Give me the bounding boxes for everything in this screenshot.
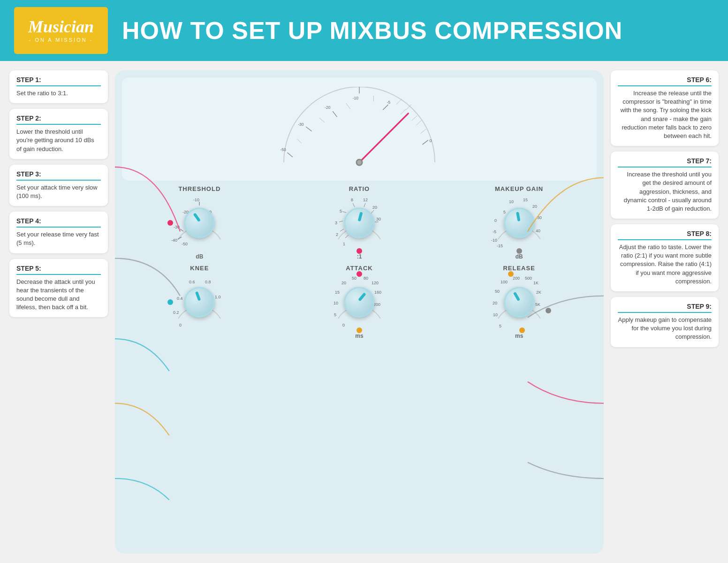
svg-line-48	[353, 203, 355, 207]
svg-line-0	[288, 152, 293, 157]
page-title: HOW TO SET UP MIXBUS COMPRESSION	[122, 16, 622, 45]
makeup-gain-label: MAKEUP GAIN	[495, 185, 543, 192]
step-8-text: Adjust the ratio to taste. Lower the rat…	[618, 243, 712, 286]
svg-line-47	[342, 212, 346, 213]
svg-text:15: 15	[335, 290, 340, 295]
svg-text:10: 10	[493, 312, 498, 317]
svg-text:5: 5	[340, 209, 342, 213]
makeup-gain-group: MAKEUP GAIN 5 10 15 20 30 40 0 -5 -10 -1…	[491, 185, 547, 260]
svg-text:2K: 2K	[536, 290, 541, 295]
svg-line-17	[412, 116, 417, 121]
step-4-box: STEP 4: Set your release time very fast …	[9, 212, 108, 253]
vu-meter-container: -50 -30 -20 -10 -5 0	[122, 77, 597, 181]
svg-text:50: 50	[495, 289, 500, 294]
svg-text:0: 0	[494, 218, 497, 223]
step-5-label: STEP 5:	[16, 265, 101, 275]
makeup-unit: dB	[516, 253, 523, 260]
svg-line-8	[383, 105, 388, 110]
svg-text:15: 15	[523, 198, 528, 202]
svg-line-12	[297, 139, 301, 143]
svg-line-46	[339, 221, 343, 222]
bottom-knobs-row: KNEE 0 0.2 0.4 0.6 0.8 1.0	[122, 265, 597, 339]
step-2-text: Lower the threshold until you're getting…	[16, 128, 101, 153]
svg-text:-30: -30	[298, 122, 304, 127]
svg-text:1K: 1K	[533, 281, 538, 285]
step-9-label: STEP 9:	[618, 303, 712, 313]
step-1-box: STEP 1: Set the ratio to 3:1.	[9, 70, 108, 103]
svg-line-49	[364, 203, 365, 207]
svg-text:-40: -40	[171, 238, 177, 243]
knee-group: KNEE 0 0.2 0.4 0.6 0.8 1.0	[171, 265, 228, 330]
svg-line-4	[333, 111, 337, 117]
svg-line-10	[423, 140, 428, 145]
svg-text:10: 10	[509, 199, 514, 204]
svg-line-16	[396, 99, 402, 105]
release-unit: ms	[515, 333, 523, 339]
step-6-box: STEP 6: Increase the release until the c…	[611, 70, 719, 146]
svg-text:-30: -30	[174, 225, 180, 229]
svg-text:100: 100	[500, 280, 508, 284]
svg-text:0: 0	[179, 323, 182, 327]
step-9-text: Apply makeup gain to compensate for the …	[618, 316, 712, 342]
step-1-label: STEP 1:	[16, 76, 101, 86]
step-4-label: STEP 4:	[16, 217, 101, 228]
step-8-box: STEP 8: Adjust the ratio to taste. Lower…	[611, 224, 719, 291]
svg-text:10: 10	[334, 301, 338, 305]
svg-text:40: 40	[536, 228, 540, 233]
svg-text:20: 20	[341, 281, 346, 285]
left-steps: STEP 1: Set the ratio to 3:1. STEP 2: Lo…	[9, 70, 108, 554]
svg-text:0.6: 0.6	[189, 280, 195, 284]
right-steps: STEP 6: Increase the release until the c…	[611, 70, 719, 554]
step-2-label: STEP 2:	[16, 114, 101, 125]
svg-text:160: 160	[374, 290, 381, 295]
svg-line-22	[359, 114, 408, 162]
svg-text:5: 5	[499, 324, 501, 328]
main-content: STEP 1: Set the ratio to 3:1. STEP 2: Lo…	[0, 61, 728, 563]
step-4-text: Set your release time very fast (5 ms).	[16, 230, 101, 247]
svg-text:80: 80	[364, 276, 368, 281]
svg-text:0: 0	[430, 138, 432, 143]
svg-text:30: 30	[537, 215, 542, 220]
ratio-group: RATIO 1 2 3 5 8 12 20 30	[331, 185, 387, 260]
svg-text:-5: -5	[493, 229, 496, 234]
step-6-text: Increase the release until the compresso…	[618, 89, 712, 140]
step-5-text: Decrease the attack until you hear the t…	[16, 278, 101, 312]
svg-text:20: 20	[493, 301, 497, 305]
threshold-label: THRESHOLD	[178, 185, 220, 192]
svg-text:12: 12	[363, 198, 368, 202]
header: Musician - ON A MISSION - HOW TO SET UP …	[0, 0, 728, 61]
svg-text:0.8: 0.8	[205, 280, 211, 284]
step-7-label: STEP 7:	[618, 157, 712, 167]
step-8-label: STEP 8:	[618, 230, 712, 240]
logo: Musician - ON A MISSION -	[14, 7, 108, 54]
attack-label: ATTACK	[346, 265, 373, 272]
release-label: RELEASE	[503, 265, 535, 272]
svg-text:8: 8	[351, 198, 353, 202]
svg-text:-20: -20	[325, 105, 331, 110]
logo-text: Musician	[28, 18, 94, 35]
step-3-text: Set your attack time very slow (100 ms).	[16, 183, 101, 200]
svg-text:0.2: 0.2	[173, 310, 179, 315]
svg-text:50: 50	[352, 276, 356, 281]
ratio-unit: :1	[357, 253, 362, 260]
svg-text:5K: 5K	[535, 302, 540, 307]
step-5-box: STEP 5: Decrease the attack until you he…	[9, 259, 108, 318]
step-2-box: STEP 2: Lower the threshold until you're…	[9, 109, 108, 159]
svg-text:1.0: 1.0	[215, 295, 221, 299]
svg-line-14	[346, 103, 350, 109]
threshold-unit: dB	[196, 253, 203, 260]
svg-text:200: 200	[513, 276, 520, 281]
vu-meter-svg: -50 -30 -20 -10 -5 0	[270, 87, 448, 171]
svg-point-24	[357, 160, 361, 164]
svg-text:-10: -10	[491, 238, 497, 243]
svg-line-19	[401, 109, 406, 114]
threshold-group: THRESHOLD -30 -20 -10 0	[171, 185, 228, 260]
svg-line-44	[345, 235, 349, 238]
svg-text:0.4: 0.4	[177, 296, 183, 301]
svg-text:1: 1	[343, 242, 345, 246]
step-1-text: Set the ratio to 3:1.	[16, 89, 101, 98]
center-panel: -50 -30 -20 -10 -5 0	[115, 70, 604, 554]
svg-text:-50: -50	[182, 242, 188, 246]
attack-unit: ms	[355, 333, 363, 339]
svg-text:-5: -5	[387, 100, 391, 105]
